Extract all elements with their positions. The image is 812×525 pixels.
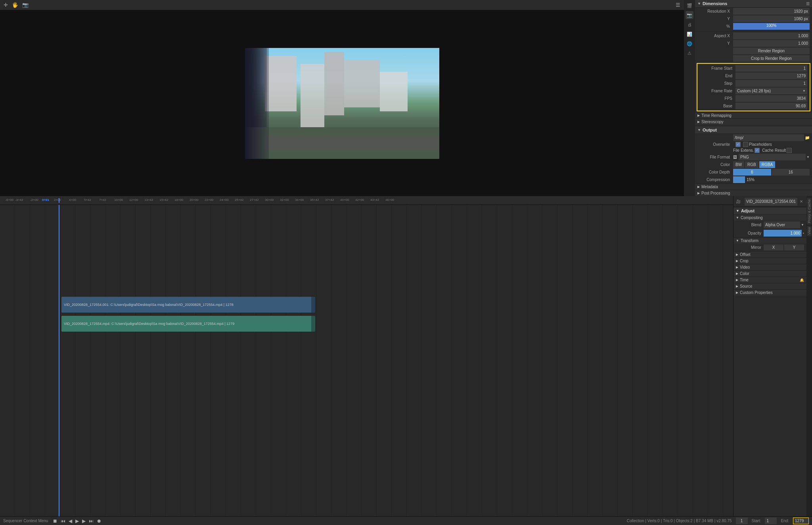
ruler-mark: 40+00: [340, 198, 355, 202]
timeline-content[interactable]: VID_20200828_172554.001: C:\Users\judigr…: [0, 205, 733, 516]
blend-arrow: ▼: [801, 223, 804, 227]
time-remapping-section[interactable]: ▶ Time Remapping: [695, 112, 812, 118]
ruler-mark: 37+42: [325, 198, 340, 202]
color-section[interactable]: ▶ Color: [733, 270, 806, 277]
placeholders-check[interactable]: [743, 142, 748, 147]
crop-to-render-button[interactable]: Crop to Render Region: [733, 55, 810, 62]
render-props-icon[interactable]: 📷: [686, 11, 693, 19]
hand-icon[interactable]: 🖐: [11, 2, 19, 8]
playback-controls[interactable]: ⏹ ⏮ ◀ ▶ ▶ ⏭ ⏺: [52, 518, 102, 524]
compositing-section[interactable]: ▼ Compositing: [733, 214, 806, 221]
custom-properties-section[interactable]: ▶ Custom Properties: [733, 289, 806, 296]
end-frame-display[interactable]: 1279: [793, 517, 809, 524]
mirror-x-btn[interactable]: X: [764, 244, 783, 250]
opacity-dot[interactable]: •: [802, 231, 804, 235]
prev-frame-btn[interactable]: ◀: [68, 518, 73, 524]
scene-icon[interactable]: 🎬: [686, 2, 693, 10]
world-icon[interactable]: ⚠: [686, 49, 693, 57]
output-path-field[interactable]: /tmp/: [733, 134, 804, 141]
stereoscopy-section[interactable]: ▶ Stereoscopy: [695, 118, 812, 125]
frame-rate-dropdown[interactable]: Custom (42.28 fps): [735, 88, 807, 94]
render-icon[interactable]: 📷: [21, 2, 30, 8]
color-bw-btn[interactable]: BW: [733, 161, 744, 168]
color-depth-16-btn[interactable]: 16: [772, 169, 810, 176]
settings-icon[interactable]: ☰: [674, 2, 682, 8]
audio-strip-handle-right[interactable]: [311, 316, 315, 332]
fps-input[interactable]: [735, 95, 807, 102]
ruler-mark: 25+42: [235, 198, 250, 202]
overwrite-check[interactable]: ✓: [735, 142, 741, 147]
ruler-mark: 13+42: [144, 198, 159, 202]
resolution-x-label: Resolution X: [697, 9, 733, 13]
color-rgba-btn[interactable]: RGBA: [759, 161, 775, 168]
scene-props-icon[interactable]: 🌐: [686, 40, 693, 48]
video-strip-label: VID_20200828_172554.001: C:\Users\judigr…: [64, 303, 234, 307]
jump-end-btn[interactable]: ⏭: [88, 518, 94, 524]
adjust-header: ▼ Adjust: [733, 207, 806, 214]
color-depth-row: Color Depth 8 16: [695, 168, 812, 176]
view-layer-icon[interactable]: 📊: [686, 30, 693, 38]
custom-props-triangle: ▶: [736, 291, 738, 294]
frame-start-input[interactable]: [735, 65, 807, 72]
record-btn[interactable]: ⏺: [96, 518, 102, 524]
aspect-y-input[interactable]: [733, 40, 810, 47]
video-section[interactable]: ▶ Video: [733, 264, 806, 270]
offset-section[interactable]: ▶ Offset: [733, 251, 806, 258]
color-depth-8-btn[interactable]: 8: [733, 169, 771, 176]
frame-step-input[interactable]: [735, 80, 807, 87]
strip-handle-right[interactable]: [311, 297, 315, 313]
video-strip[interactable]: VID_20200828_172554.001: C:\Users\judigr…: [61, 297, 315, 313]
transform-section[interactable]: ▼ Transform: [733, 237, 806, 244]
file-extens-item[interactable]: File Extens. ✓: [733, 148, 760, 153]
stop-icon[interactable]: ⏹: [52, 518, 58, 524]
resolution-y-input[interactable]: [733, 15, 810, 22]
file-format-dropdown[interactable]: PNG: [739, 154, 806, 160]
proxy-cache-tab[interactable]: Proxy & Cache: [807, 198, 812, 225]
cache-result-item[interactable]: Cache Result: [762, 148, 792, 153]
post-processing-section[interactable]: ▶ Post Processing: [695, 190, 812, 196]
metadata-section[interactable]: ▶ Metadata: [695, 183, 812, 190]
output-props-icon[interactable]: 🖨: [686, 21, 693, 29]
compositing-label: Compositing: [741, 216, 763, 220]
dimensions-header[interactable]: ▼ Dimensions ☰: [695, 0, 812, 8]
overwrite-checkbox[interactable]: ✓: [735, 142, 741, 147]
base-row: Base: [697, 102, 810, 110]
resolution-x-input[interactable]: [733, 8, 810, 15]
start-frame-display[interactable]: 1: [765, 517, 777, 524]
strip-unlink-btn[interactable]: ✕: [800, 199, 803, 204]
output-header[interactable]: ▼ Output: [695, 126, 812, 134]
strip-name-field[interactable]: VID_20200828_172554.001: [745, 198, 797, 206]
blend-dropdown[interactable]: Alpha Over: [764, 221, 800, 228]
percent-value[interactable]: 100%: [733, 23, 810, 30]
cursor-icon[interactable]: ✛: [2, 2, 9, 8]
time-section[interactable]: ▶ Time 🔔: [733, 277, 806, 283]
audio-strip[interactable]: VID_20200828_172554.mp4: C:\Users\judigr…: [61, 316, 315, 332]
output-path-browse-icon[interactable]: 📁: [805, 136, 810, 140]
view-tab[interactable]: View: [807, 225, 812, 236]
jump-start-btn[interactable]: ⏮: [60, 518, 66, 524]
base-input[interactable]: [735, 103, 807, 109]
ruler-mark: 27+42: [250, 198, 265, 202]
current-frame-display[interactable]: 1: [736, 517, 748, 524]
viewport-toolbar[interactable]: ✛ 🖐 📷 ☰: [0, 0, 684, 10]
mirror-y-btn[interactable]: Y: [784, 244, 804, 250]
file-extens-check[interactable]: ✓: [755, 148, 760, 153]
frame-end-input[interactable]: [735, 73, 807, 79]
cache-result-check[interactable]: [787, 148, 792, 153]
stereoscopy-label: Stereoscopy: [701, 120, 724, 124]
viewport: [0, 10, 684, 196]
aspect-y-label: Y: [697, 41, 733, 46]
opacity-value[interactable]: 1.000: [764, 230, 802, 237]
render-region-button[interactable]: Render Region: [733, 48, 810, 54]
frame-rate-section: Frame Start End Step Frame Rate: [697, 63, 810, 111]
crop-section[interactable]: ▶ Crop: [733, 258, 806, 264]
placeholders-item[interactable]: Placeholders: [743, 142, 772, 147]
compression-bar[interactable]: [733, 176, 745, 183]
aspect-x-input[interactable]: [733, 32, 810, 39]
next-frame-btn[interactable]: ▶: [81, 518, 86, 524]
resolution-x-row: Resolution X: [695, 8, 812, 15]
resolution-y-row: Y: [695, 15, 812, 23]
play-btn[interactable]: ▶: [75, 518, 80, 524]
source-section[interactable]: ▶ Source: [733, 283, 806, 289]
color-rgb-btn[interactable]: RGB: [745, 161, 758, 168]
